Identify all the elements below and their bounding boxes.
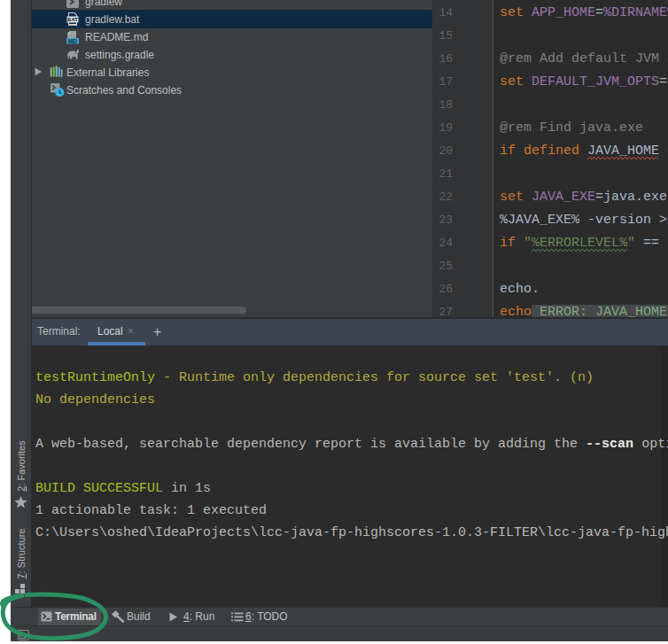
svg-text:BAT: BAT — [67, 17, 78, 22]
svg-text:MD: MD — [68, 38, 77, 44]
